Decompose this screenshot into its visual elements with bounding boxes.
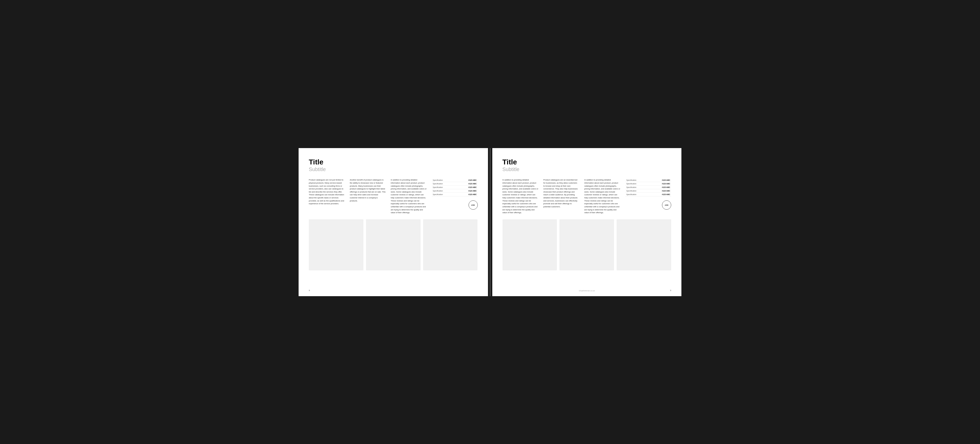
page-left-image-row bbox=[309, 219, 478, 271]
page-right-image-row bbox=[503, 219, 671, 271]
image-placeholder-left-2 bbox=[366, 219, 421, 271]
page-right-spec-col: Specification#123 ABCSpecification#123 A… bbox=[625, 178, 671, 214]
spec-value: #123 ABC bbox=[457, 178, 478, 182]
spec-label: Specification bbox=[432, 189, 457, 193]
page-left-col3: In addition to providing detailed inform… bbox=[391, 178, 427, 214]
spec-value: #123 ABC bbox=[457, 182, 478, 186]
page-right-col3: In addition to providing detailed inform… bbox=[584, 178, 620, 214]
price-badge-right: £99 bbox=[662, 201, 671, 210]
spread-container: Title Subtitle Product catalogues are no… bbox=[299, 148, 681, 296]
page-divider bbox=[490, 148, 490, 296]
page-right-title: Title bbox=[503, 158, 671, 166]
spec-value: #123 ABC bbox=[457, 189, 478, 193]
image-placeholder-right-1 bbox=[503, 219, 557, 271]
spec-label: Specification bbox=[625, 189, 650, 193]
spec-label: Specification bbox=[432, 186, 457, 189]
page-left-content: Product catalogues are not just limited … bbox=[309, 178, 478, 214]
page-url-right: shopthinkman.co.uk bbox=[579, 290, 595, 291]
spec-value: #123 ABC bbox=[650, 182, 671, 186]
spec-value: #123 ABC bbox=[650, 193, 671, 196]
page-right-subtitle: Subtitle bbox=[503, 167, 671, 172]
image-placeholder-right-2 bbox=[559, 219, 614, 271]
spec-value: #123 ABC bbox=[650, 178, 671, 182]
page-left: Title Subtitle Product catalogues are no… bbox=[299, 148, 488, 296]
spec-value: #123 ABC bbox=[457, 193, 478, 196]
image-placeholder-left-3 bbox=[423, 219, 478, 271]
page-right-col2: Product catalogues are an essential tool… bbox=[543, 178, 579, 214]
spec-label: Specification bbox=[432, 182, 457, 186]
spec-label: Specification bbox=[625, 178, 650, 182]
page-left-col2: Another benefit of product catalogues is… bbox=[350, 178, 386, 214]
page-left-title: Title bbox=[309, 158, 478, 166]
page-number-left: 8 bbox=[309, 289, 310, 291]
spec-value: #123 ABC bbox=[650, 189, 671, 193]
page-number-right: 9 bbox=[670, 289, 671, 291]
price-badge-left: £99 bbox=[469, 201, 478, 210]
spec-table-left: Specification#123 ABCSpecification#123 A… bbox=[432, 178, 478, 196]
spec-label: Specification bbox=[432, 178, 457, 182]
spec-value: #123 ABC bbox=[457, 186, 478, 189]
page-right: Title Subtitle In addition to providing … bbox=[492, 148, 682, 296]
spec-label: Specification bbox=[625, 182, 650, 186]
spec-label: Specification bbox=[625, 193, 650, 196]
page-left-col1: Product catalogues are not just limited … bbox=[309, 178, 345, 214]
spec-label: Specification bbox=[625, 186, 650, 189]
image-placeholder-right-3 bbox=[617, 219, 671, 271]
page-right-content: In addition to providing detailed inform… bbox=[503, 178, 671, 214]
page-left-spec-col: Specification#123 ABCSpecification#123 A… bbox=[432, 178, 478, 214]
page-left-subtitle: Subtitle bbox=[309, 167, 478, 172]
spec-table-right: Specification#123 ABCSpecification#123 A… bbox=[625, 178, 671, 196]
spec-label: Specification bbox=[432, 193, 457, 196]
spec-value: #123 ABC bbox=[650, 186, 671, 189]
image-placeholder-left-1 bbox=[309, 219, 363, 271]
page-right-col1: In addition to providing detailed inform… bbox=[503, 178, 538, 214]
